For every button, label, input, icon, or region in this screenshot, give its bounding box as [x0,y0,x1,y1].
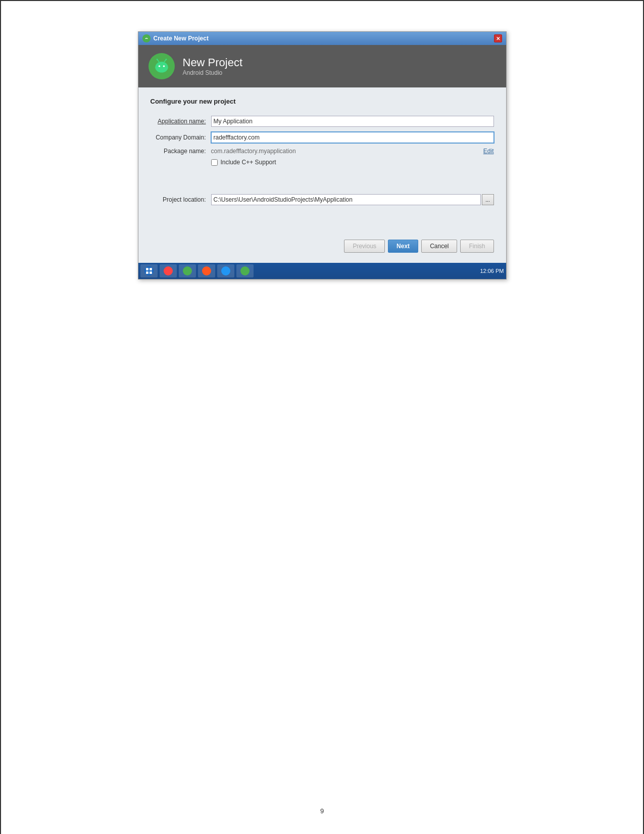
taskbar-time: 12:06 PM [480,268,504,274]
cancel-button[interactable]: Cancel [421,240,457,253]
android-studio-icon [142,34,151,42]
close-button[interactable]: ✕ [494,34,502,42]
svg-point-6 [156,59,158,60]
taskbar: 12:06 PM [138,263,506,279]
project-location-row: Project location: ... [151,194,494,205]
project-location-input[interactable] [211,194,481,205]
browse-button[interactable]: ... [482,194,494,205]
svg-point-3 [163,65,165,67]
svg-rect-8 [146,268,148,270]
company-domain-row: Company Domain: [151,131,494,144]
svg-point-2 [158,65,160,67]
package-name-value: com.radefffactory.myapplication [211,148,483,155]
next-button[interactable]: Next [388,240,418,253]
app-name-input[interactable] [211,116,494,127]
company-domain-input[interactable] [211,132,494,143]
company-domain-label: Company Domain: [151,134,211,141]
edit-link[interactable]: Edit [483,148,494,155]
title-bar-text: Create New Project [154,35,209,42]
taskbar-app3[interactable] [198,264,215,277]
app3-icon [202,266,211,275]
svg-rect-11 [150,271,152,274]
header-text-block: New Project Android Studio [183,56,243,76]
app5-icon [240,266,250,275]
section-title: Configure your new project [151,98,494,105]
taskbar-start[interactable] [140,264,158,277]
title-bar: Create New Project ✕ [138,32,506,45]
app-name-row: Application name: [151,115,494,127]
project-location-label: Project location: [151,196,211,203]
svg-rect-10 [146,271,148,274]
taskbar-app1[interactable] [160,264,177,277]
cpp-support-label: Include C++ Support [221,159,276,166]
taskbar-app2[interactable] [179,264,196,277]
android-logo [148,53,175,79]
dialog-footer: Previous Next Cancel Finish [151,236,494,255]
taskbar-app5[interactable] [236,264,254,277]
dialog-body: Configure your new project Application n… [138,87,506,263]
finish-button[interactable]: Finish [460,240,493,253]
page-number: 9 [21,792,623,815]
header-title: New Project [183,56,243,69]
header-subtitle: Android Studio [183,69,243,76]
app-name-label: Application name: [151,118,211,125]
dialog-header: New Project Android Studio [138,45,506,87]
title-bar-left: Create New Project [142,34,209,42]
svg-point-7 [165,59,167,60]
previous-button[interactable]: Previous [344,240,385,253]
create-new-project-dialog: Create New Project ✕ [138,31,507,280]
app4-icon [221,266,230,275]
cpp-support-row: Include C++ Support [211,159,494,166]
taskbar-app4[interactable] [217,264,234,277]
app1-icon [164,266,173,275]
windows-icon [144,266,154,275]
package-name-label: Package name: [151,148,211,155]
cpp-support-checkbox[interactable] [211,159,218,166]
app2-icon [183,266,192,275]
svg-rect-9 [150,268,152,270]
package-name-row: Package name: com.radefffactory.myapplic… [151,148,494,155]
